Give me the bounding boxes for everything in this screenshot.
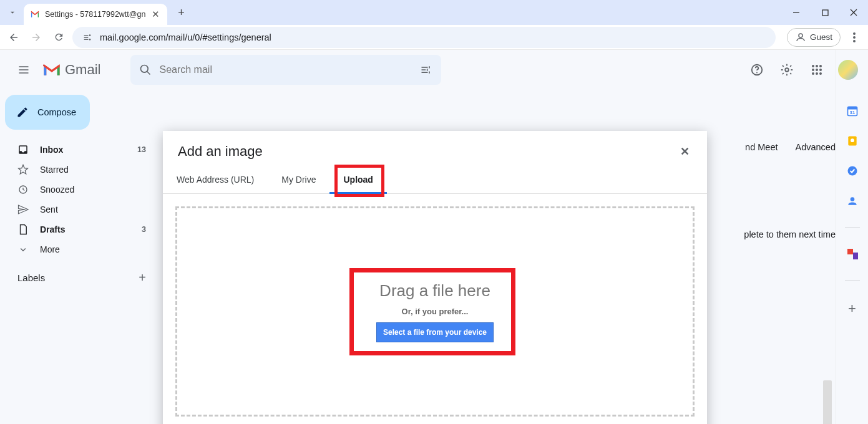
nav-forward-button[interactable] [27,29,45,46]
apps-button[interactable] [804,57,829,82]
svg-point-17 [819,65,822,67]
tab-search-dropdown[interactable] [4,4,21,21]
svg-point-5 [89,39,91,41]
svg-point-21 [812,72,814,75]
upload-dropzone[interactable]: Drag a file here Or, if you prefer... Se… [175,206,695,417]
dropzone-or-text: Or, if you prefer... [402,307,469,316]
site-settings-icon[interactable] [81,31,94,44]
gmail-header: Gmail [0,50,868,90]
url-text: mail.google.com/mail/u/0/#settings/gener… [100,32,271,42]
svg-point-6 [799,34,802,37]
tasks-icon[interactable] [846,165,859,177]
tab-close-icon[interactable]: ✕ [150,9,161,20]
settings-tabs-partial: nd Meet Advanced [745,142,836,152]
svg-point-19 [816,69,818,71]
window-close[interactable] [839,0,868,25]
address-bar[interactable]: mail.google.com/mail/u/0/#settings/gener… [72,27,776,48]
window-minimize[interactable] [782,0,811,25]
search-input[interactable] [159,64,412,75]
person-icon [795,32,806,43]
contacts-icon[interactable] [846,195,859,207]
search-options-icon[interactable] [420,64,432,76]
send-icon [17,204,29,215]
gmail-app: Gmail Compose Inbox 13 Starred Snoozed [0,50,868,424]
gmail-logo-text: Gmail [65,62,100,78]
compose-button[interactable]: Compose [5,95,90,130]
svg-point-31 [850,197,854,201]
settings-button[interactable] [774,57,799,82]
svg-point-15 [812,65,814,67]
address-bar-row: mail.google.com/mail/u/0/#settings/gener… [0,25,868,50]
page-scrollbar[interactable] [823,380,832,424]
browser-tab[interactable]: Settings - 578117992wtt@gn ✕ [24,4,167,25]
pencil-icon [16,106,29,118]
nav-more[interactable]: More [5,239,155,259]
account-avatar[interactable] [838,60,858,80]
gmail-m-icon [42,62,61,77]
svg-point-9 [853,40,856,42]
file-icon [17,224,29,235]
star-icon [17,164,29,175]
clock-icon [17,184,29,195]
nav-inbox[interactable]: Inbox 13 [5,140,155,160]
gmail-favicon [30,9,40,19]
nav-drafts[interactable]: Drafts 3 [5,219,155,239]
calendar-icon[interactable]: 31 [846,105,859,117]
keep-icon[interactable] [846,135,859,147]
nav-starred[interactable]: Starred [5,160,155,180]
inbox-icon [17,144,29,155]
settings-tab-advanced[interactable]: Advanced [796,142,836,152]
add-addon-button[interactable]: + [846,301,859,313]
new-tab-button[interactable]: + [172,4,190,21]
nav-sent[interactable]: Sent [5,200,155,219]
partial-settings-text: plete to them next time [744,229,836,239]
nav-back-button[interactable] [5,29,22,46]
tab-my-drive[interactable]: My Drive [268,175,329,193]
compose-label: Compose [37,107,76,117]
svg-point-14 [785,68,789,72]
svg-point-16 [816,65,818,67]
svg-point-29 [851,138,854,142]
search-box[interactable] [130,55,441,85]
svg-point-7 [853,32,856,35]
window-maximize[interactable] [811,0,839,25]
modal-close-button[interactable]: ✕ [678,143,692,160]
labels-title: Labels [17,272,45,283]
settings-tab-meet[interactable]: nd Meet [745,142,778,152]
svg-text:31: 31 [849,110,854,115]
svg-point-8 [853,36,856,39]
svg-point-20 [819,69,822,71]
nav-reload-button[interactable] [50,29,67,46]
select-file-button[interactable]: Select a file from your device [376,322,494,342]
gmail-logo[interactable]: Gmail [42,62,100,78]
svg-point-13 [756,72,758,74]
browser-tab-strip: Settings - 578117992wtt@gn ✕ + [0,0,868,25]
guest-label: Guest [810,32,832,42]
addon-icon[interactable] [846,248,859,260]
svg-point-18 [812,69,814,71]
side-panel-divider-2 [845,280,860,281]
main-menu-button[interactable] [10,56,37,84]
svg-rect-32 [847,249,853,254]
nav-snoozed[interactable]: Snoozed [5,180,155,200]
tab-web-address[interactable]: Web Address (URL) [175,175,268,193]
browser-menu-button[interactable] [846,29,863,46]
side-panel-divider [845,227,860,228]
chevron-down-icon [17,244,29,255]
tab-title: Settings - 578117992wtt@gn [45,10,145,19]
svg-rect-26 [847,107,857,109]
svg-rect-33 [853,253,858,259]
svg-line-11 [147,72,150,75]
window-controls [782,0,868,25]
add-label-button[interactable]: + [139,271,146,285]
modal-tabs: Web Address (URL) My Drive Upload [163,165,707,194]
side-panel: 31 + [836,50,868,424]
tab-upload[interactable]: Upload [329,175,386,193]
modal-title: Add an image [178,143,678,160]
svg-rect-1 [822,10,828,16]
svg-point-10 [141,65,149,73]
search-icon [139,64,152,76]
profile-guest-chip[interactable]: Guest [787,28,841,47]
dropzone-title: Drag a file here [379,281,490,301]
support-button[interactable] [744,57,769,82]
